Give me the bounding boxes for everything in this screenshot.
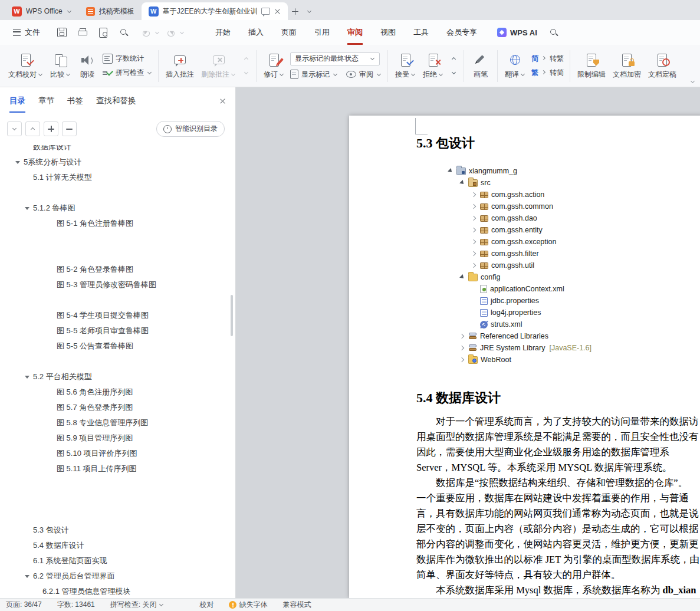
toc-item[interactable]: 6.2.1 管理员信息管理模块 <box>0 584 231 598</box>
compatibility-mode-indicator[interactable]: 兼容模式 <box>282 600 311 610</box>
show-markup-button[interactable]: 显示标记 <box>290 70 338 80</box>
print-button[interactable] <box>76 26 89 39</box>
compare-button[interactable]: 比较 <box>47 50 74 82</box>
to-traditional-button[interactable]: 简 转繁 <box>531 54 564 64</box>
toc-item[interactable]: 图 5-2 角色登录鲁棒图 <box>0 262 231 277</box>
toc-item[interactable]: 图 5.8 专业信息管理序列图 <box>0 415 231 431</box>
toc-item[interactable]: 图 5.9 项目管理序列图 <box>0 431 231 446</box>
page-indicator[interactable]: 页面: 36/47 <box>6 600 42 610</box>
toc-item[interactable]: 图 5-5 老师项目审查鲁棒图 <box>0 323 231 339</box>
translate-button[interactable]: 翻译 <box>501 50 529 82</box>
finalize-document-button[interactable]: 文档定稿 <box>645 50 680 82</box>
comment-bubble-icon[interactable] <box>261 8 270 15</box>
reject-change-button[interactable]: 拒绝 <box>419 50 447 82</box>
zoom-out-outline-button[interactable] <box>62 121 77 136</box>
chevron-down-icon[interactable] <box>67 9 72 14</box>
wps-logo-icon: W <box>12 6 22 17</box>
tab-view[interactable]: 视图 <box>380 20 396 45</box>
tab-home[interactable]: 开始 <box>215 20 231 45</box>
collapse-arrow-icon[interactable] <box>15 161 20 164</box>
print-preview-button[interactable] <box>97 26 110 39</box>
word-count-indicator[interactable]: 字数: 13461 <box>57 600 95 610</box>
tab-insert[interactable]: 插入 <box>248 20 264 45</box>
tab-review[interactable]: 审阅 <box>347 20 363 45</box>
chevron-down-icon[interactable] <box>179 30 185 35</box>
smart-toc-button[interactable]: 智能识别目录 <box>156 121 225 137</box>
collapse-all-button[interactable] <box>25 121 40 136</box>
restrict-editing-button[interactable]: 限制编辑 <box>574 50 609 82</box>
insert-comment-button[interactable]: 插入批注 <box>162 50 198 82</box>
tab-contents[interactable]: 目录 <box>9 96 25 113</box>
to-simplified-button[interactable]: 繁 转简 <box>531 68 564 78</box>
tab-document[interactable]: W 基于J2EE的大学生创新创业训 <box>142 2 288 20</box>
spell-check-button[interactable]: 拼写检查 <box>103 68 152 78</box>
tab-bookmarks[interactable]: 书签 <box>67 96 83 113</box>
collapse-arrow-icon <box>471 251 477 257</box>
close-tab-icon[interactable] <box>274 8 281 15</box>
redo-button[interactable] <box>165 26 178 39</box>
tab-page[interactable]: 页面 <box>281 20 297 45</box>
zoom-in-outline-button[interactable] <box>44 121 58 136</box>
ink-pen-button[interactable]: 画笔 <box>468 50 494 82</box>
save-button[interactable] <box>55 26 68 39</box>
toc-item[interactable]: 数据库设计 <box>0 145 231 155</box>
delete-comment-button[interactable]: 删除批注 <box>198 50 239 82</box>
next-comment-button[interactable] <box>241 68 251 78</box>
toc-item[interactable]: 图 5-3 管理员修改密码鲁棒图 <box>0 277 231 293</box>
search-button[interactable] <box>548 26 561 39</box>
collapse-ribbon-icon[interactable] <box>690 79 695 84</box>
toc-item[interactable]: 图 5-5 公告查看鲁棒图 <box>0 339 231 354</box>
sidebar-scrollbar[interactable] <box>231 295 233 336</box>
doc-proofing-button[interactable]: 文档校对 <box>5 50 47 82</box>
toc-item[interactable]: 5.2 平台相关模型 <box>0 369 231 385</box>
tab-tools[interactable]: 工具 <box>413 20 429 45</box>
track-changes-button[interactable]: 修订 <box>260 50 288 82</box>
toc-item[interactable]: 6.2 管理员后台管理界面 <box>0 569 231 584</box>
markup-state-select[interactable]: 显示标记的最终状态 <box>290 52 380 65</box>
tab-wps-office[interactable]: W WPS Office <box>5 2 79 20</box>
toc-item[interactable]: 5.4 数据库设计 <box>0 538 231 553</box>
document-page[interactable]: 5.3 包设计 xiangmumm_g src com.gssh.action … <box>349 116 700 598</box>
tab-template-store[interactable]: 找稿壳模板 <box>79 2 142 20</box>
tab-member[interactable]: 会员专享 <box>446 20 477 45</box>
toc-item[interactable]: 图 5.11 项目上传序列图 <box>0 461 231 477</box>
next-change-button[interactable] <box>448 68 459 78</box>
undo-button[interactable] <box>140 26 153 39</box>
collapse-arrow-icon[interactable] <box>25 376 29 379</box>
word-count-button[interactable]: 字数统计 <box>103 54 152 64</box>
close-pane-icon[interactable] <box>219 98 226 104</box>
toc-item[interactable]: 5系统分析与设计 <box>0 155 231 170</box>
previous-change-button[interactable] <box>448 54 459 64</box>
tab-list-button[interactable] <box>302 4 316 18</box>
proofing-indicator[interactable]: 校对 <box>199 600 213 610</box>
wps-ai-button[interactable]: WPS AI <box>497 28 537 37</box>
spellcheck-indicator[interactable]: 拼写检查: 关闭 <box>110 600 165 610</box>
tab-chapters[interactable]: 章节 <box>38 96 54 113</box>
review-pane-button[interactable]: 审阅 <box>346 70 382 80</box>
expand-all-button[interactable] <box>7 121 22 136</box>
toc-item[interactable]: 图 5.7 角色登录序列图 <box>0 400 231 415</box>
accept-change-button[interactable]: 接受 <box>392 50 419 82</box>
collapse-arrow-icon[interactable] <box>25 575 29 578</box>
file-menu-button[interactable]: 文件 <box>8 27 45 38</box>
document-canvas[interactable]: 5.3 包设计 xiangmumm_g src com.gssh.action … <box>236 87 700 598</box>
tab-find-replace[interactable]: 查找和替换 <box>96 96 136 113</box>
find-button[interactable] <box>117 26 130 39</box>
toc-item[interactable]: 图 5-1 角色注册鲁棒图 <box>0 216 231 231</box>
encrypt-document-button[interactable]: 文档加密 <box>609 50 645 82</box>
previous-comment-button[interactable] <box>241 54 251 64</box>
toc-item[interactable]: 6.1 系统登陆页面实现 <box>0 553 231 569</box>
chevron-down-icon[interactable] <box>155 30 160 35</box>
collapse-arrow-icon[interactable] <box>25 207 29 210</box>
toc-item[interactable]: 图 5.10 项目评价序列图 <box>0 446 231 461</box>
chevron-down-icon <box>520 72 525 77</box>
missing-font-indicator[interactable]: 缺失字体 <box>229 600 267 610</box>
tab-reference[interactable]: 引用 <box>314 20 330 45</box>
toc-item[interactable]: 5.3 包设计 <box>0 523 231 538</box>
toc-item[interactable]: 5.1 计算无关模型 <box>0 170 231 185</box>
read-aloud-button[interactable]: 朗读 <box>74 50 100 82</box>
toc-item[interactable]: 图 5-4 学生项目提交鲁棒图 <box>0 308 231 323</box>
new-tab-button[interactable] <box>288 4 302 18</box>
toc-item[interactable]: 5.1.2 鲁棒图 <box>0 201 231 216</box>
toc-item[interactable]: 图 5.6 角色注册序列图 <box>0 385 231 400</box>
